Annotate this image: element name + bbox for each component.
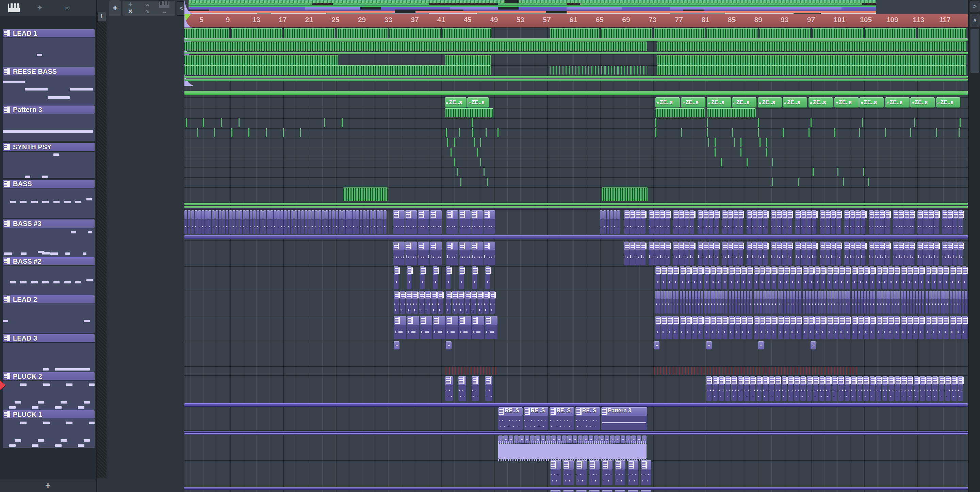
pattern-clip-body[interactable] <box>904 219 909 234</box>
pattern-clip[interactable] <box>684 242 689 250</box>
pattern-clip-body[interactable] <box>790 299 792 314</box>
pattern-clip[interactable] <box>628 490 638 492</box>
pattern-clip[interactable] <box>394 266 398 275</box>
pattern-clip-body[interactable] <box>937 275 942 289</box>
pattern-clip-body[interactable] <box>215 219 218 234</box>
audio-tick-clip[interactable] <box>746 158 748 166</box>
pattern-clip[interactable] <box>744 291 746 299</box>
pattern-clip[interactable] <box>708 291 710 299</box>
pattern-clip[interactable] <box>394 291 399 299</box>
audio-tick-clip[interactable] <box>811 118 811 127</box>
pattern-clip[interactable] <box>615 460 625 470</box>
pattern-clip[interactable] <box>820 242 825 250</box>
pattern-clip-body[interactable] <box>870 325 875 339</box>
audio-tick-clip[interactable] <box>498 128 498 137</box>
pattern-clip[interactable] <box>738 242 743 250</box>
muted-tick-clip[interactable] <box>856 367 856 375</box>
pattern-clip-body[interactable] <box>239 219 242 234</box>
pattern-clip[interactable] <box>819 376 825 385</box>
pattern-clip-body[interactable] <box>226 219 229 234</box>
pattern-clip[interactable] <box>667 316 673 325</box>
muted-tick-clip[interactable] <box>797 367 797 375</box>
pattern-clip[interactable]: RE..S <box>550 407 574 416</box>
pattern-clip-body[interactable] <box>926 325 931 339</box>
pattern-clip-body[interactable] <box>714 250 719 265</box>
pattern-clip[interactable] <box>438 291 443 299</box>
pattern-clip-body[interactable] <box>208 219 211 234</box>
muted-tick-clip[interactable] <box>843 367 844 375</box>
pattern-clip-body[interactable] <box>922 299 924 314</box>
pattern-clip[interactable] <box>806 242 811 250</box>
pattern-clip[interactable] <box>891 291 894 299</box>
pattern-clip[interactable] <box>746 210 752 219</box>
pattern-clip-body[interactable] <box>813 385 818 401</box>
pattern-clip-body[interactable] <box>471 219 483 234</box>
pattern-clip-body[interactable] <box>418 219 430 234</box>
pattern-clip[interactable] <box>246 210 249 219</box>
pattern-clip-body[interactable] <box>820 250 825 265</box>
pattern-clip[interactable] <box>393 242 404 250</box>
pattern-clip-body[interactable] <box>735 325 740 339</box>
pattern-clip-body[interactable] <box>708 299 710 314</box>
audio-tick-clip[interactable] <box>813 168 814 176</box>
pattern-clip[interactable] <box>738 376 743 385</box>
pattern-clip-body[interactable] <box>832 385 837 401</box>
pattern-clip[interactable] <box>708 242 714 250</box>
pattern-clip[interactable] <box>928 242 933 250</box>
pattern-clip[interactable] <box>714 242 719 250</box>
pattern-clip-body[interactable] <box>601 416 648 430</box>
audio-tick-clip[interactable] <box>834 128 835 137</box>
pattern-clip-body[interactable] <box>845 325 851 339</box>
pattern-clip-body[interactable] <box>811 299 814 314</box>
pattern-clip[interactable] <box>836 291 838 299</box>
pattern-clip[interactable] <box>879 242 885 250</box>
audio-tick-clip[interactable] <box>459 128 460 137</box>
pattern-clip[interactable] <box>811 210 817 219</box>
audio-tick-clip[interactable] <box>300 128 301 137</box>
pattern-clip[interactable] <box>946 291 949 299</box>
pattern-clip-body[interactable] <box>667 299 670 314</box>
pattern-clip[interactable] <box>722 242 727 250</box>
pattern-clip[interactable] <box>801 210 806 219</box>
pattern-clip[interactable] <box>325 210 328 219</box>
pattern-clip-body[interactable] <box>879 219 885 234</box>
pattern-clip[interactable] <box>953 242 958 250</box>
pattern-clip[interactable] <box>667 266 672 275</box>
pattern-clip[interactable] <box>711 291 713 299</box>
pattern-clip[interactable] <box>821 316 826 325</box>
audio-loop-clip[interactable]: »ZE..s <box>655 97 680 108</box>
pattern-clip-body[interactable] <box>917 250 923 265</box>
pattern-clip-body[interactable] <box>870 385 875 401</box>
pattern-clip-body[interactable] <box>784 325 789 339</box>
pattern-clip[interactable] <box>353 210 356 219</box>
pattern-clip[interactable] <box>263 210 266 219</box>
pattern-clip[interactable] <box>550 490 561 492</box>
pattern-clip[interactable] <box>315 210 318 219</box>
audio-start-clip[interactable]: » <box>811 341 816 349</box>
muted-tick-clip[interactable] <box>691 367 692 375</box>
pattern-clip-body[interactable] <box>741 299 743 314</box>
pattern-clip[interactable] <box>821 291 823 299</box>
pattern-clip[interactable] <box>962 266 967 275</box>
pattern-clip[interactable] <box>962 291 964 299</box>
pattern-clip-body[interactable] <box>858 275 862 289</box>
pattern-clip-body[interactable] <box>888 385 894 401</box>
pattern-clip-body[interactable] <box>425 299 430 314</box>
muted-tick-clip[interactable] <box>778 367 779 375</box>
pattern-clip[interactable] <box>689 242 695 250</box>
pattern-clip-body[interactable] <box>907 275 912 289</box>
pattern-clip[interactable] <box>749 291 752 299</box>
pattern-clip[interactable] <box>366 210 369 219</box>
pattern-clip[interactable] <box>852 316 857 325</box>
pattern-clip[interactable] <box>484 291 489 299</box>
pattern-clip[interactable] <box>885 291 888 299</box>
pattern-preview[interactable] <box>3 343 95 371</box>
pattern-clip[interactable] <box>716 266 721 275</box>
pattern-clip-body[interactable] <box>679 219 684 234</box>
pattern-clip[interactable] <box>195 210 198 219</box>
pattern-clip[interactable] <box>670 291 672 299</box>
muted-tick-clip[interactable] <box>769 367 769 375</box>
pattern-clip-body[interactable] <box>446 325 458 339</box>
pattern-item-header[interactable]: SYNTH PSY <box>3 143 95 151</box>
pattern-clip-body[interactable] <box>940 299 943 314</box>
